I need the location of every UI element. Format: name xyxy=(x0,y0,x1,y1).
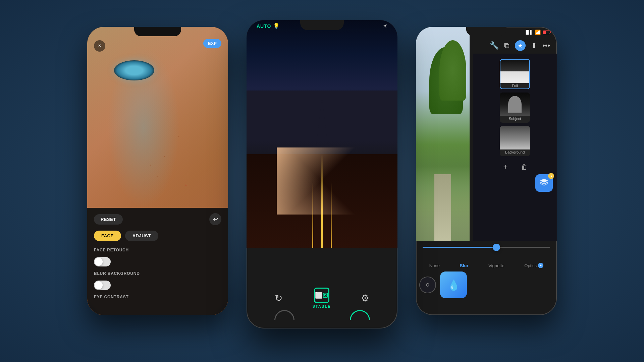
tabs-row-right: None Blur Vignette Optics ★ xyxy=(416,263,557,268)
phone-left: × EXP RESET ↩ FACE ADJUST FACE RETOUCH xyxy=(87,27,228,315)
filter-dot-neutral[interactable] xyxy=(419,277,436,293)
layers-icon xyxy=(539,177,549,189)
action-row: + 🗑 xyxy=(499,161,530,173)
blur-bg-toggle-row xyxy=(94,281,221,290)
status-bar-middle: AUTO 💡 ☀ xyxy=(257,23,387,29)
face-retouch-label: FACE RETOUCH xyxy=(94,248,129,252)
blur-bg-label: BLUR BACKGROUND xyxy=(94,271,140,276)
phone-right: ▐▌▌ 📶 🔧 ⧉ ★ ⬆ ••• Full xyxy=(416,27,557,315)
eye xyxy=(114,60,154,80)
add-mask-button[interactable]: + xyxy=(499,161,512,173)
slider-thumb[interactable] xyxy=(493,244,500,251)
star-badge[interactable]: ★ xyxy=(515,40,526,51)
thumb-background-img xyxy=(500,126,530,149)
face-retouch-toggle-row xyxy=(94,257,221,266)
bottom-panel-left: RESET ↩ FACE ADJUST FACE RETOUCH xyxy=(87,208,228,315)
mask-background-label: Background xyxy=(505,149,525,155)
filter-row: 💧 xyxy=(419,272,553,298)
more-icon[interactable]: ••• xyxy=(542,41,550,50)
notch-right xyxy=(466,27,506,36)
slider-track xyxy=(423,247,550,248)
auto-label: AUTO xyxy=(257,23,271,29)
wifi-icon: 📶 xyxy=(535,29,541,35)
eye-contrast-label: EYE CONTRAST xyxy=(94,295,129,299)
arc-control-left[interactable] xyxy=(274,310,294,320)
signal-icon: ▐▌▌ xyxy=(524,30,533,35)
light-streaks xyxy=(247,147,397,215)
svg-rect-0 xyxy=(323,293,328,298)
brightness-icon: ☀ xyxy=(383,23,387,29)
bulb-icon: 💡 xyxy=(273,23,280,29)
blur-bg-row: BLUR BACKGROUND xyxy=(94,271,221,276)
toolbar-right: 🔧 ⧉ ★ ⬆ ••• xyxy=(416,40,557,51)
tab-optics[interactable]: Optics ★ xyxy=(524,263,543,268)
thumb-full-img xyxy=(500,60,529,83)
mask-subject-label: Subject xyxy=(509,116,521,121)
delete-mask-button[interactable]: 🗑 xyxy=(518,161,530,173)
share-icon[interactable]: ⬆ xyxy=(531,41,537,50)
face-retouch-toggle[interactable] xyxy=(94,257,111,266)
wrench-icon[interactable]: 🔧 xyxy=(490,41,499,50)
tab-face[interactable]: FACE xyxy=(94,231,121,241)
layers-star-overlay: ★ xyxy=(548,173,554,179)
svg-rect-1 xyxy=(324,294,326,296)
tab-row-left: FACE ADJUST xyxy=(94,231,221,241)
blur-bg-toggle[interactable] xyxy=(94,281,111,290)
undo-button[interactable]: ↩ xyxy=(209,213,221,225)
blur-background-section: BLUR BACKGROUND xyxy=(94,271,221,290)
stable-box xyxy=(314,288,329,303)
layers-badge[interactable]: ★ xyxy=(535,174,553,192)
eye-area xyxy=(107,54,174,94)
close-button[interactable]: × xyxy=(94,40,105,52)
slider-area xyxy=(423,247,550,248)
mask-full-label: Full xyxy=(512,83,518,88)
park-photo xyxy=(416,27,470,241)
tab-adjust[interactable]: ADJUST xyxy=(125,231,158,241)
exp-button[interactable]: EXP xyxy=(203,39,221,48)
drop-icon: 💧 xyxy=(447,279,460,291)
optics-star-badge: ★ xyxy=(538,263,543,268)
screen-left: × EXP RESET ↩ FACE ADJUST FACE RETOUCH xyxy=(87,27,228,315)
copy-icon[interactable]: ⧉ xyxy=(504,41,509,50)
city-photo xyxy=(247,20,397,248)
thumb-subject-img xyxy=(500,93,530,116)
battery-icon xyxy=(543,31,550,34)
reset-button[interactable]: RESET xyxy=(94,214,123,225)
tab-blur[interactable]: Blur xyxy=(460,263,469,268)
dot-inner xyxy=(426,283,429,287)
mask-subject[interactable]: Subject xyxy=(500,93,530,123)
face-retouch-section: FACE RETOUCH xyxy=(94,248,221,266)
reset-row: RESET ↩ xyxy=(94,213,221,225)
tab-none[interactable]: None xyxy=(429,263,440,268)
mask-side-panel: Full Subject Background + 🗑 xyxy=(473,54,557,241)
eye-contrast-row: EYE CONTRAST xyxy=(94,295,221,299)
tab-vignette[interactable]: Vignette xyxy=(488,263,504,268)
filter-blue-drop[interactable]: 💧 xyxy=(440,272,467,298)
auto-badge: AUTO 💡 xyxy=(257,23,280,29)
face-retouch-row: FACE RETOUCH xyxy=(94,248,221,252)
phone-middle: AUTO 💡 ☀ ↻ STABLE xyxy=(247,20,397,328)
settings-icon[interactable]: ⚙ xyxy=(361,293,369,304)
status-bar-right: ▐▌▌ 📶 xyxy=(524,29,550,35)
mask-full[interactable]: Full xyxy=(500,59,530,89)
notch-left xyxy=(134,27,181,36)
eye-contrast-section: EYE CONTRAST xyxy=(94,295,221,299)
phones-container: × EXP RESET ↩ FACE ADJUST FACE RETOUCH xyxy=(87,20,557,342)
bottom-controls-middle xyxy=(247,305,397,325)
arc-control-center[interactable] xyxy=(350,310,370,320)
refresh-icon[interactable]: ↻ xyxy=(275,293,282,304)
mask-background[interactable]: Background xyxy=(500,126,530,156)
